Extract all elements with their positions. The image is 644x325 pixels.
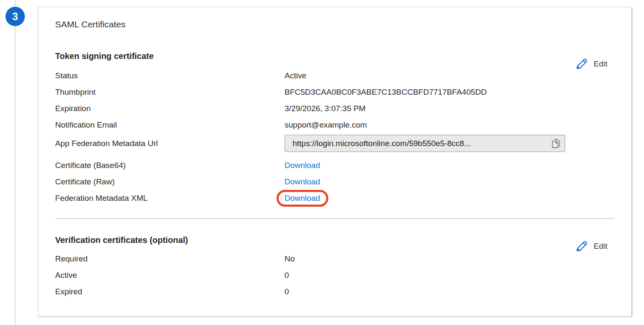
pencil-icon <box>575 57 588 70</box>
field-value: 3/29/2026, 3:07:35 PM <box>285 100 365 117</box>
token-signing-fields: Status Active Thumbprint BFC5D3CAA0BC0F3… <box>55 67 615 206</box>
download-cert-raw-link[interactable]: Download <box>285 173 320 190</box>
copy-to-clipboard-button[interactable] <box>549 136 563 151</box>
field-value: Active <box>285 67 306 84</box>
field-row-active: Active 0 <box>55 267 615 283</box>
pencil-icon <box>575 240 588 253</box>
verification-heading: Verification certificates (optional) <box>55 235 615 245</box>
download-federation-metadata-link[interactable]: Download <box>277 190 328 207</box>
download-cert-base64-link[interactable]: Download <box>285 157 320 173</box>
copy-icon <box>551 138 562 149</box>
field-label: Expiration <box>55 100 285 117</box>
field-row-metadata-url: App Federation Metadata Url <box>55 133 615 154</box>
field-row-cert-base64: Certificate (Base64) Download <box>55 157 615 173</box>
metadata-url-field-wrap <box>285 135 565 152</box>
edit-verification-button[interactable]: Edit <box>575 240 607 253</box>
field-label: Status <box>55 67 285 84</box>
step-number-badge: 3 <box>5 7 25 26</box>
metadata-url-input[interactable] <box>285 135 565 152</box>
annotation-ring: Download <box>285 190 320 206</box>
token-signing-heading: Token signing certificate <box>55 51 615 61</box>
field-label: Certificate (Base64) <box>55 157 285 173</box>
field-label: Required <box>55 250 285 267</box>
card-title: SAML Certificates <box>55 19 615 30</box>
field-row-federation-metadata: Federation Metadata XML Download <box>55 190 615 206</box>
edit-token-signing-button[interactable]: Edit <box>575 57 607 70</box>
field-value: support@example.com <box>285 117 367 133</box>
field-label: Federation Metadata XML <box>55 190 285 206</box>
field-label: Notification Email <box>55 117 285 133</box>
field-value: BFC5D3CAA0BC0F3ABE7C13BCCBFD7717BFA405DD <box>285 84 487 100</box>
field-label: Active <box>55 267 285 283</box>
verification-fields: Required No Active 0 Expired 0 <box>55 250 615 300</box>
field-label: Certificate (Raw) <box>55 173 285 190</box>
field-row-required: Required No <box>55 250 615 267</box>
edit-button-label: Edit <box>593 242 607 251</box>
field-row-expired: Expired 0 <box>55 283 615 300</box>
edit-button-label: Edit <box>593 59 607 69</box>
field-label: Thumbprint <box>55 84 285 100</box>
step-number: 3 <box>12 11 18 23</box>
saml-certificates-card: Edit Edit SAML Certificates Token signin… <box>38 7 632 317</box>
step-connector-line <box>15 0 16 325</box>
field-row-thumbprint: Thumbprint BFC5D3CAA0BC0F3ABE7C13BCCBFD7… <box>55 84 615 100</box>
field-value: 0 <box>285 267 289 283</box>
section-divider <box>55 218 615 219</box>
card-content: SAML Certificates Token signing certific… <box>38 7 631 316</box>
field-label: App Federation Metadata Url <box>55 139 285 148</box>
field-value: No <box>285 250 295 267</box>
field-value: 0 <box>285 283 289 300</box>
field-row-status: Status Active <box>55 67 615 84</box>
field-row-cert-raw: Certificate (Raw) Download <box>55 173 615 190</box>
field-row-notification-email: Notification Email support@example.com <box>55 117 615 133</box>
field-label: Expired <box>55 283 285 300</box>
field-row-expiration: Expiration 3/29/2026, 3:07:35 PM <box>55 100 615 117</box>
